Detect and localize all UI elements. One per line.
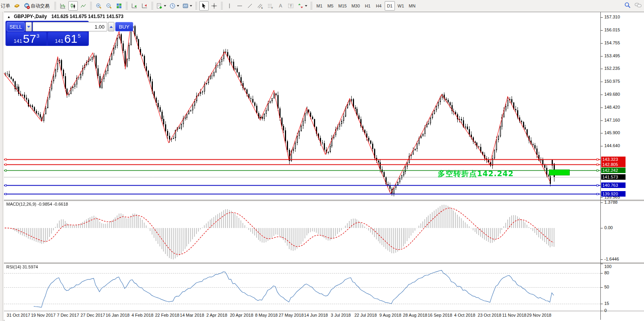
price-line-label: 141.573 — [601, 174, 626, 180]
trendline-button[interactable] — [245, 1, 255, 11]
date-label: 28 Aug 2018 — [403, 313, 427, 317]
toolbar-handle[interactable] — [221, 2, 223, 10]
timeframe-button-M5[interactable]: M5 — [325, 1, 336, 11]
sell-button[interactable]: SELL — [7, 22, 25, 31]
price-tick-label: 154.755 — [604, 40, 620, 45]
price-tick-label: 148.420 — [604, 105, 620, 109]
date-label: 16 Sep 2018 — [427, 313, 452, 317]
macd-tick-label: 0.00 — [604, 225, 613, 230]
arrows-icon — [297, 3, 304, 9]
crosshair-button[interactable] — [209, 1, 219, 11]
horizontal-line-button[interactable] — [235, 1, 244, 11]
price-line-label: 139.920 — [601, 191, 626, 197]
axis-tick — [601, 43, 603, 44]
timeframe-button-H1[interactable]: H1 — [363, 1, 373, 11]
rsi-pane-canvas[interactable] — [4, 264, 600, 311]
timeframe-button-D1[interactable]: D1 — [385, 1, 395, 11]
new-order-icon[interactable] — [12, 1, 22, 11]
date-label: 27 May 2018 — [279, 313, 304, 317]
chat-icon[interactable] — [635, 2, 642, 8]
text-button[interactable]: A — [276, 1, 285, 11]
periods-button[interactable] — [168, 1, 180, 11]
macd-tick-label: -1.6446 — [604, 257, 619, 261]
line-chart-button[interactable] — [79, 1, 88, 11]
main-chart-canvas[interactable] — [4, 12, 600, 200]
timeframe-button-M30[interactable]: M30 — [349, 1, 361, 11]
zoom-out-icon — [106, 3, 112, 9]
timeframe-group: M1M5M15M30H1H4D1W1MN — [314, 1, 418, 11]
axis-tick — [601, 82, 603, 82]
date-label: 9 Aug 2018 — [380, 313, 402, 317]
date-label: 31 Oct 2017 — [7, 313, 30, 317]
indicators-button[interactable] — [155, 1, 167, 11]
vertical-line-button[interactable] — [225, 1, 234, 11]
robot-icon — [24, 3, 30, 9]
rsi-tick-label: 80 — [604, 270, 609, 275]
axis-tick — [601, 197, 603, 198]
volume-increase-button[interactable] — [108, 22, 114, 31]
zoom-in-button[interactable] — [94, 1, 103, 11]
ask-price[interactable]: 141 61 5 — [48, 32, 88, 46]
date-label: 16 Jan 2018 — [106, 313, 130, 317]
timeframe-button-M1[interactable]: M1 — [314, 1, 325, 11]
price-tick-label: 147.160 — [604, 118, 620, 122]
bid-price[interactable]: 141 57 3 — [7, 32, 46, 46]
volume-decrease-button[interactable] — [26, 22, 32, 31]
volume-input[interactable] — [33, 22, 107, 31]
fibonacci-button[interactable]: F — [266, 1, 275, 11]
timeframe-button-MN[interactable]: MN — [407, 1, 417, 11]
toolbar-handle[interactable] — [126, 2, 128, 10]
price-axis: 157.310156.015154.755153.495152.235150.9… — [600, 12, 644, 320]
price-tick-label: 149.680 — [604, 92, 620, 97]
collapse-panel-icon[interactable]: ▲ — [7, 15, 11, 19]
toolbar-handle[interactable] — [195, 2, 197, 10]
auto-scroll-button[interactable] — [130, 1, 139, 11]
candlestick-chart-button[interactable] — [68, 1, 78, 11]
triangle-up-icon — [110, 26, 113, 28]
search-icon[interactable] — [624, 2, 631, 8]
rsi-tick-label: 50 — [604, 285, 609, 289]
timeframe-button-H4[interactable]: H4 — [374, 1, 384, 11]
axis-tick — [601, 273, 603, 274]
chevron-down-icon — [177, 5, 179, 7]
template-icon — [182, 3, 189, 9]
timeframe-button-W1[interactable]: W1 — [396, 1, 406, 11]
chevron-down-icon — [305, 5, 307, 7]
indicators-icon — [156, 3, 163, 9]
axis-tick — [601, 311, 603, 311]
axis-tick — [601, 17, 603, 18]
autotrading-button[interactable]: 自动交易 — [22, 1, 52, 11]
toolbar-handle[interactable] — [54, 2, 56, 10]
clock-icon — [169, 3, 176, 9]
price-line-label: 142.242 — [601, 168, 626, 173]
date-label: 7 Dec 2017 — [57, 313, 79, 317]
tile-windows-button[interactable] — [114, 1, 124, 11]
date-label: 20 Apr 2018 — [230, 313, 253, 317]
equidistant-channel-button[interactable]: E — [255, 1, 265, 11]
cursor-button[interactable] — [199, 1, 209, 11]
toolbar-handle[interactable] — [90, 2, 92, 10]
chart-window: ▲ GBPJPY-,Daily 141.625 141.675 141.571 … — [4, 12, 644, 320]
price-tick-label: 157.310 — [604, 15, 620, 19]
rsi-tick-label: 100 — [604, 264, 611, 269]
macd-pane-canvas[interactable] — [4, 201, 600, 263]
chart-shift-button[interactable] — [140, 1, 149, 11]
axis-tick — [601, 30, 603, 31]
toolbar-handle[interactable] — [310, 2, 312, 10]
text-label-button[interactable]: T — [286, 1, 295, 11]
svg-text:E: E — [261, 7, 263, 9]
chevron-down-icon — [164, 5, 166, 7]
date-label: 14 Jun 2018 — [304, 313, 328, 317]
timeframe-button-M15[interactable]: M15 — [336, 1, 349, 11]
gold-coin-icon — [14, 3, 20, 9]
templates-button[interactable] — [181, 1, 193, 11]
buy-button[interactable]: BUY — [115, 22, 133, 31]
arrows-button[interactable] — [296, 1, 308, 11]
chart-symbol-title: GBPJPY-,Daily — [14, 14, 47, 19]
bid-sup-digit: 3 — [37, 33, 39, 39]
toolbar-handle[interactable] — [151, 2, 153, 10]
bar-chart-button[interactable] — [58, 1, 68, 11]
zoom-out-button[interactable] — [104, 1, 114, 11]
new-order-button[interactable]: 订单 — [1, 3, 10, 9]
axis-tick — [601, 304, 603, 304]
